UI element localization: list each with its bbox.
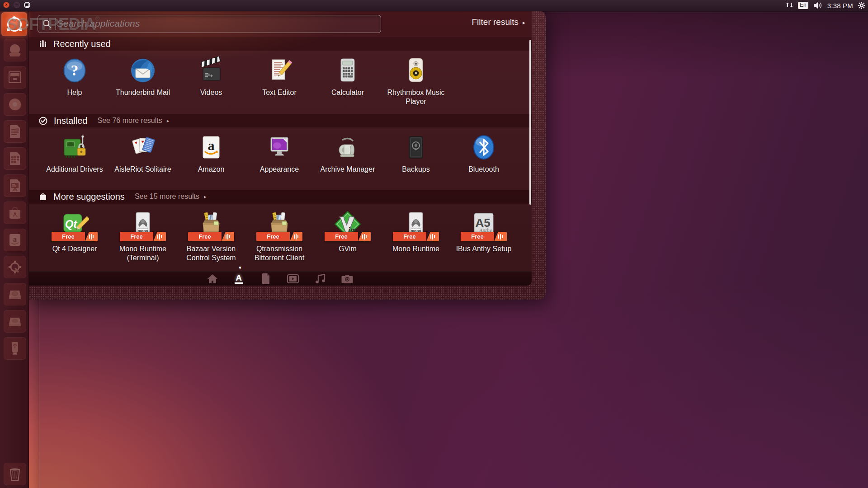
keyboard-indicator[interactable]: En: [798, 2, 808, 9]
app-tile-mono-runtime-terminal[interactable]: mono Free Mono Runtime (Terminal): [109, 208, 177, 262]
launcher-item-firefox[interactable]: [4, 93, 26, 116]
software-center-ribbon-icon: [153, 232, 166, 241]
section-title: More suggestions: [53, 192, 125, 202]
home-icon: [207, 274, 218, 284]
app-label: Rhythmbox Music Player: [382, 88, 449, 106]
app-tile-additional-drivers[interactable]: Additional Drivers: [41, 131, 108, 174]
session-gear-icon[interactable]: [858, 2, 865, 9]
section-header-recently-used: Recently used: [29, 37, 532, 51]
free-badge: Free: [52, 232, 98, 241]
svg-text:A: A: [13, 211, 17, 218]
launcher-item-files[interactable]: [4, 66, 26, 89]
lens-videos[interactable]: [285, 272, 301, 285]
lens-home[interactable]: [205, 272, 220, 285]
aisleriot-icon: ♥♥♥: [128, 133, 157, 162]
app-tile-thunderbird[interactable]: Thunderbird Mail: [109, 54, 177, 97]
app-tile-amazon[interactable]: a Amazon: [177, 131, 245, 174]
top-panel: × – En 3:38 PM: [0, 0, 868, 11]
app-label: AisleRiot Solitaire: [114, 165, 171, 174]
svg-text:a: a: [208, 138, 215, 153]
app-label: Qt 4 Designer: [52, 244, 97, 253]
launcher-item-amazon[interactable]: a: [4, 229, 26, 251]
volume-icon[interactable]: [813, 2, 822, 9]
app-label: Additional Drivers: [46, 165, 103, 174]
network-arrows-icon[interactable]: [786, 2, 793, 9]
lens-music[interactable]: [312, 272, 328, 285]
dash-scrollbar[interactable]: [529, 40, 531, 205]
app-tile-text-editor[interactable]: Text Editor: [245, 54, 313, 97]
section-header-installed: Installed See 76 more results ▸: [29, 114, 532, 127]
lens-files[interactable]: [258, 272, 274, 285]
app-label: GVim: [339, 244, 357, 253]
dash-home-button[interactable]: [1, 12, 27, 36]
clock[interactable]: 3:38 PM: [827, 2, 853, 9]
scroll-down-caret-icon[interactable]: ▼: [236, 265, 245, 270]
lens-photos[interactable]: [340, 272, 355, 285]
search-input[interactable]: [56, 15, 381, 33]
app-tile-backups[interactable]: Backups: [382, 131, 450, 174]
app-label: IBus Anthy Setup: [456, 244, 512, 253]
app-tile-videos[interactable]: Videos: [177, 54, 245, 97]
window-controls: × –: [3, 2, 30, 8]
app-tile-help[interactable]: ? Help: [41, 54, 108, 97]
installed-check-icon: [39, 117, 47, 125]
software-center-ribbon-icon: [358, 232, 371, 241]
launcher-items: A a: [4, 39, 26, 360]
unity-launcher: ◄ A a: [0, 11, 29, 488]
launcher-active-arrow-icon: ◄: [25, 23, 29, 27]
app-label: Archive Manager: [321, 165, 375, 174]
app-tile-calculator[interactable]: Calculator: [314, 54, 382, 97]
launcher-item-unknown-app[interactable]: [4, 39, 26, 61]
section-title: Installed: [54, 116, 88, 126]
filter-results-button[interactable]: Filter results ▸: [472, 17, 526, 27]
launcher-item-trash[interactable]: [4, 463, 26, 485]
app-label: Amazon: [198, 165, 225, 174]
additional-drivers-icon: [60, 133, 89, 162]
applications-lens-icon: A: [235, 273, 243, 284]
app-tile-archive-manager[interactable]: Archive Manager: [314, 131, 382, 174]
ubuntu-logo-icon: [7, 17, 22, 32]
app-tile-aisleriot[interactable]: ♥♥♥ AisleRiot Solitaire: [109, 131, 177, 174]
launcher-item-libreoffice-calc[interactable]: [4, 147, 26, 170]
app-tile-qt4-designer[interactable]: Qt Free Qt 4 Designer: [41, 208, 108, 253]
app-tile-mono-runtime[interactable]: mono Free Mono Runtime: [382, 208, 450, 253]
app-tile-bazaar[interactable]: Free Bazaar Version Control System: [177, 208, 245, 262]
disk-drive-icon: [7, 286, 23, 302]
chevron-right-icon: ▸: [523, 19, 525, 26]
installed-grid: Additional Drivers ♥♥♥ AisleRiot Solitai…: [29, 127, 532, 190]
app-tile-qtransmission[interactable]: Free Qtransmission Bittorrent Client: [245, 208, 313, 262]
app-tile-rhythmbox[interactable]: Rhythmbox Music Player: [382, 54, 450, 106]
thunderbird-icon: [128, 56, 157, 85]
software-center-ribbon-icon: [85, 232, 98, 241]
app-label: Qtransmission Bittorrent Client: [246, 244, 313, 262]
backups-icon: [401, 133, 430, 162]
close-button[interactable]: ×: [3, 2, 9, 8]
app-tile-gvim[interactable]: im Free GVim: [314, 208, 382, 253]
launcher-item-libreoffice-writer[interactable]: [4, 120, 26, 143]
app-label: Mono Runtime (Terminal): [109, 244, 176, 262]
launcher-item-disk-drive-2[interactable]: [4, 310, 26, 333]
see-more-suggestions[interactable]: See 15 more results ▸: [135, 192, 207, 201]
search-box[interactable]: [38, 15, 381, 33]
launcher-item-usb-drive[interactable]: [4, 337, 26, 360]
see-more-installed[interactable]: See 76 more results ▸: [98, 117, 170, 125]
launcher-item-software-center[interactable]: A: [4, 202, 26, 224]
settings-gear-icon: [7, 259, 23, 275]
section-header-more-suggestions: More suggestions See 15 more results ▸: [29, 190, 532, 203]
launcher-item-disk-drive[interactable]: [4, 283, 26, 305]
amazon-icon: a: [197, 133, 226, 162]
app-tile-ibus-anthy[interactable]: A5Anthy Free IBus Anthy Setup: [450, 208, 518, 253]
launcher-item-libreoffice-impress[interactable]: [4, 174, 26, 197]
lens-applications[interactable]: A: [231, 272, 246, 285]
launcher-item-system-settings[interactable]: [4, 256, 26, 278]
maximize-button[interactable]: [24, 2, 30, 8]
minimize-button[interactable]: –: [14, 2, 20, 8]
videos-icon: [197, 56, 226, 85]
usb-drive-icon: [7, 340, 23, 357]
amazon-launcher-icon: a: [7, 232, 23, 248]
app-tile-bluetooth[interactable]: Bluetooth: [450, 131, 518, 174]
app-label: Mono Runtime: [392, 244, 439, 253]
app-tile-appearance[interactable]: Appearance: [245, 131, 313, 174]
free-badge: Free: [461, 232, 507, 241]
suggestions-grid: Qt Free Qt 4 Designer mono Free Mono Run…: [29, 204, 532, 271]
